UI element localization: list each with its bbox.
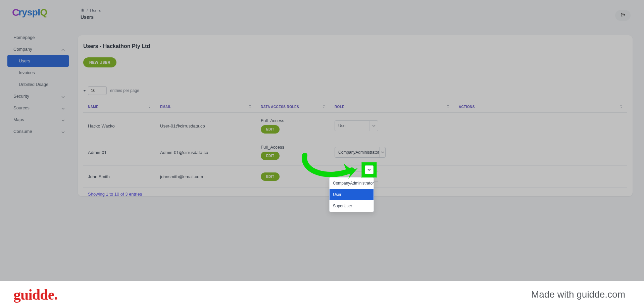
- page-title: Users: [81, 14, 631, 20]
- chevron-down-icon: [61, 130, 65, 133]
- chevron-up-icon: [61, 48, 65, 51]
- entries-per-page-input[interactable]: [88, 86, 107, 95]
- sidebar-nav: Homepage Company Users Invoices Unbilled…: [0, 32, 72, 137]
- chevron-down-icon: [61, 106, 65, 110]
- role-option-superuser[interactable]: SuperUser: [330, 200, 374, 212]
- col-header-name[interactable]: NAME: [83, 101, 155, 113]
- edit-roles-button[interactable]: EDIT: [261, 125, 280, 134]
- sidebar-item-users[interactable]: Users: [7, 55, 69, 67]
- cell-email: johnsmith@email.com: [155, 166, 256, 188]
- sidebar-item-label: Users: [19, 58, 30, 63]
- sidebar-item-label: Unbilled Usage: [19, 82, 48, 87]
- chevron-down-icon: [369, 121, 378, 131]
- sidebar-item-label: Homepage: [13, 35, 35, 40]
- guidde-logo: guidde.: [13, 286, 57, 303]
- col-header-role[interactable]: ROLE: [330, 101, 454, 113]
- cell-email: User-01@cirrusdata.co: [155, 113, 256, 139]
- cell-name: John Smith: [83, 166, 155, 188]
- cell-actions: [454, 113, 627, 139]
- role-option-user[interactable]: User: [330, 189, 374, 200]
- table-row: Hacko Wacko User-01@cirrusdata.co Full_A…: [83, 113, 627, 139]
- cell-roles: Full_Access EDIT: [256, 113, 330, 139]
- col-header-email[interactable]: EMAIL: [155, 101, 256, 113]
- role-select-value: User: [338, 123, 347, 128]
- caret-down-icon: [83, 90, 86, 92]
- col-header-data-access-roles[interactable]: DATA ACCESS ROLES: [256, 101, 330, 113]
- edit-roles-button[interactable]: EDIT: [261, 172, 280, 181]
- logout-button[interactable]: [615, 10, 631, 21]
- cell-role: User: [330, 113, 454, 139]
- roles-value: Full_Access: [261, 145, 284, 150]
- sort-icon: [620, 104, 623, 109]
- topbar: / Users Users: [81, 8, 631, 25]
- sidebar-item-label: Sources: [13, 105, 30, 110]
- logout-icon: [620, 12, 626, 19]
- breadcrumb: / Users: [81, 8, 631, 13]
- sort-icon: [249, 104, 251, 109]
- chevron-down-icon: [61, 95, 65, 98]
- app-logo: CryspIQ: [12, 7, 72, 18]
- cell-email: Admin-01@cirrusdata.co: [155, 139, 256, 166]
- sidebar-item-label: Security: [13, 94, 29, 99]
- made-with-text: Made with guidde.com: [531, 289, 625, 300]
- sidebar-item-label: Consume: [13, 129, 32, 134]
- sidebar-item-homepage[interactable]: Homepage: [0, 32, 72, 43]
- sidebar-item-unbilled-usage[interactable]: Unbilled Usage: [0, 79, 72, 90]
- sidebar-item-invoices[interactable]: Invoices: [0, 67, 72, 79]
- footer-banner: guidde. Made with guidde.com: [0, 281, 644, 308]
- sidebar-item-company[interactable]: Company: [0, 43, 72, 55]
- chevron-down-icon: [379, 147, 385, 157]
- chevron-down-icon: [365, 165, 374, 174]
- app-root: CryspIQ Homepage Company Users Invoices …: [0, 0, 644, 308]
- edit-roles-button[interactable]: EDIT: [261, 152, 280, 160]
- annotation-arrow-icon: [298, 153, 365, 184]
- sidebar-item-maps[interactable]: Maps: [0, 114, 72, 125]
- home-icon[interactable]: [81, 8, 85, 13]
- cell-name: Admin-01: [83, 139, 155, 166]
- sidebar: CryspIQ Homepage Company Users Invoices …: [0, 0, 72, 228]
- cell-actions: [454, 166, 627, 188]
- cell-name: Hacko Wacko: [83, 113, 155, 139]
- sidebar-item-label: Company: [13, 47, 32, 52]
- entries-per-page-row: entries per page: [83, 86, 627, 95]
- sort-icon: [323, 104, 325, 109]
- chevron-down-icon: [61, 118, 65, 121]
- entries-per-page-label: entries per page: [110, 88, 139, 93]
- sidebar-item-label: Maps: [13, 117, 24, 122]
- sidebar-item-label: Invoices: [19, 70, 35, 75]
- roles-value: Full_Access: [261, 118, 284, 123]
- breadcrumb-separator: /: [87, 8, 88, 13]
- cell-actions: [454, 139, 627, 166]
- sidebar-item-sources[interactable]: Sources: [0, 102, 72, 114]
- card-title: Users - Hackathon Pty Ltd: [83, 43, 627, 49]
- table-header-row: NAME EMAIL DATA ACCESS ROLES ROLE: [83, 101, 627, 113]
- annotation-highlight-square: [362, 162, 377, 177]
- col-header-actions[interactable]: ACTIONS: [454, 101, 627, 113]
- sort-icon: [148, 104, 151, 109]
- role-select[interactable]: User: [335, 120, 378, 131]
- sidebar-item-security[interactable]: Security: [0, 90, 72, 102]
- new-user-button[interactable]: NEW USER: [83, 57, 116, 67]
- sidebar-item-consume[interactable]: Consume: [0, 125, 72, 137]
- sort-icon: [447, 104, 449, 109]
- breadcrumb-current: Users: [90, 8, 101, 13]
